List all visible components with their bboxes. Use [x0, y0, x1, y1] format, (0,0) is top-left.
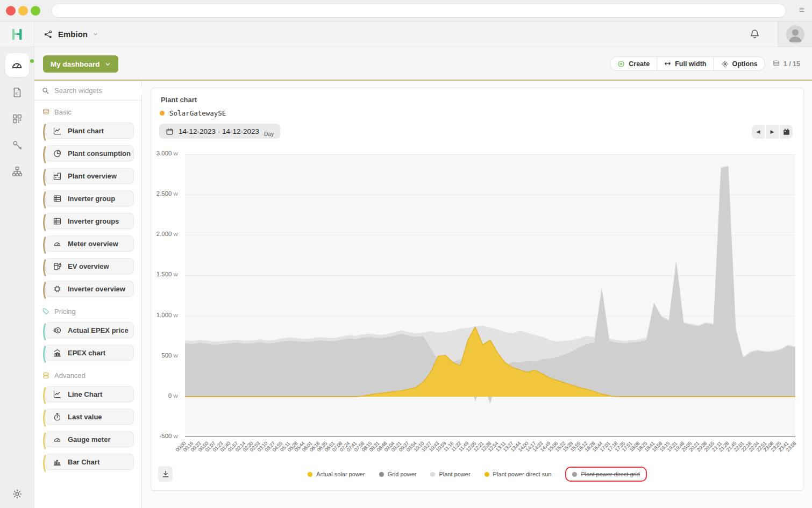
section-label: Pricing: [54, 307, 76, 316]
key-icon: [11, 139, 23, 151]
avatar: [786, 25, 804, 44]
rail-item-structure[interactable]: [5, 161, 29, 182]
y-tick-label: 1.500W: [148, 271, 178, 277]
calendar-button[interactable]: [780, 125, 793, 139]
widget-item-last-value[interactable]: Last value: [45, 409, 134, 425]
widget-item-label: Gauge meter: [68, 435, 110, 443]
window-zoom-button[interactable]: [31, 6, 40, 16]
legend-label: Plant power direct sun: [493, 471, 552, 477]
plant-chart-widget: Plant chart SolarGatewaySE 14-12-2023 - …: [151, 88, 804, 491]
full-width-label: Full width: [675, 60, 706, 68]
dashboard-selector-button[interactable]: My dashboard: [43, 55, 118, 73]
rail-item-dashboards[interactable]: [5, 53, 29, 77]
widget-item-epex-chart[interactable]: EPEX chart: [45, 345, 134, 361]
y-axis-labels: 3.000W2.500W2.000W1.500W1.000W500W0W-500…: [151, 154, 181, 437]
legend-item-plant-power-direct-sun[interactable]: Plant power direct sun: [485, 471, 552, 477]
options-button[interactable]: Options: [714, 56, 765, 71]
date-nav-controls: ◀ ▶: [752, 125, 793, 139]
rail-item-widgets[interactable]: [5, 108, 29, 130]
search-input[interactable]: [54, 87, 149, 95]
dashboard-header: My dashboard Create Full width Options: [34, 47, 812, 80]
widget-item-line-chart[interactable]: Line Chart: [45, 386, 134, 402]
stack-icon: [42, 371, 50, 380]
widget-item-label: Plant overview: [68, 172, 117, 180]
y-tick-label: -500W: [148, 433, 178, 439]
gateway-legend: SolarGatewaySE: [160, 109, 226, 117]
legend-dot: [572, 472, 577, 477]
widget-item-label: Plant chart: [68, 127, 104, 135]
widget-item-label: EPEX chart: [68, 349, 105, 357]
nav-rail: €: [0, 47, 34, 508]
date-granularity: Day: [264, 131, 274, 137]
widget-item-label: Bar Chart: [68, 458, 99, 466]
browser-menu-icon[interactable]: ≡: [799, 5, 804, 16]
widget-search: [34, 81, 141, 101]
coin-icon: €: [53, 326, 62, 335]
org-name: Embion: [58, 30, 88, 39]
rail-item-billing[interactable]: €: [5, 82, 29, 103]
legend-item-grid-power[interactable]: Grid power: [379, 471, 417, 477]
url-bar[interactable]: [51, 4, 786, 18]
legend-item-plant-power-direct-grid[interactable]: Plant power direct grid: [565, 467, 646, 482]
app-logo[interactable]: H: [0, 22, 34, 47]
legend-dot: [430, 472, 435, 477]
stopwatch-icon: [53, 412, 62, 421]
widget-item-label: Plant consumption: [68, 149, 131, 158]
widget-item-meter-overview[interactable]: Meter overview: [45, 235, 134, 252]
widget-item-gauge-meter[interactable]: Gauge meter: [45, 431, 134, 447]
tag-icon: [42, 307, 50, 316]
section-label: Basic: [54, 108, 72, 116]
org-switcher[interactable]: Embion: [44, 22, 98, 47]
bars-icon: [53, 457, 62, 467]
section-header-advanced: Advanced: [42, 371, 134, 380]
section-label: Advanced: [54, 371, 86, 380]
y-tick-label: 2.500W: [148, 190, 178, 197]
legend-label: Actual solar power: [316, 471, 365, 477]
plant-chart-plot[interactable]: [185, 154, 795, 437]
legend-label: Plant power direct grid: [581, 471, 639, 477]
table-icon: [53, 217, 62, 226]
invoice-icon: €: [11, 87, 23, 98]
widget-item-plant-overview[interactable]: Plant overview: [45, 168, 134, 184]
widget-item-inverter-groups[interactable]: Inverter groups: [45, 213, 134, 229]
widget-item-label: EV overview: [68, 262, 109, 270]
widget-item-actual-epex-price[interactable]: €Actual EPEX price: [45, 322, 134, 338]
widget-item-plant-consumption[interactable]: Plant consumption: [45, 145, 134, 161]
svg-text:€: €: [56, 328, 59, 332]
chart-legend: Actual solar powerGrid powerPlant powerP…: [151, 464, 803, 484]
y-tick-label: 0W: [148, 392, 178, 399]
search-icon: [41, 87, 49, 95]
widget-item-inverter-overview[interactable]: Inverter overview: [45, 281, 134, 297]
date-range-picker[interactable]: 14-12-2023 - 14-12-2023 Day: [159, 124, 280, 139]
rail-item-access[interactable]: [5, 134, 29, 156]
widget-item-label: Inverter group: [68, 195, 115, 203]
factory-icon: [53, 171, 62, 181]
full-width-button[interactable]: Full width: [657, 56, 714, 71]
widget-item-label: Inverter overview: [68, 285, 125, 293]
table-icon: [53, 194, 62, 203]
legend-dot: [379, 472, 384, 477]
calendar-icon: [166, 127, 174, 135]
y-tick-label: 3.000W: [148, 150, 178, 156]
widget-item-plant-chart[interactable]: Plant chart: [45, 123, 134, 139]
settings-button[interactable]: [12, 489, 23, 499]
layers-icon: [772, 60, 780, 68]
previous-period-button[interactable]: ◀: [752, 125, 765, 139]
widget-item-bar-chart[interactable]: Bar Chart: [45, 454, 134, 470]
section-header-basic: Basic: [42, 108, 134, 116]
legend-dot: [308, 472, 312, 477]
page-indicator: 1 / 15: [772, 60, 800, 68]
legend-item-plant-power[interactable]: Plant power: [430, 471, 470, 477]
legend-item-actual-solar-power[interactable]: Actual solar power: [308, 471, 365, 477]
widget-item-inverter-group[interactable]: Inverter group: [45, 190, 134, 206]
dashboard-selector-label: My dashboard: [51, 60, 100, 68]
next-period-button[interactable]: ▶: [766, 125, 779, 139]
window-close-button[interactable]: [6, 6, 16, 16]
app-topbar: H Embion: [0, 22, 812, 47]
create-button[interactable]: Create: [610, 56, 657, 71]
user-menu[interactable]: [778, 22, 812, 47]
speedometer-icon: [11, 59, 23, 71]
widget-item-ev-overview[interactable]: EV overview: [45, 258, 134, 274]
window-minimize-button[interactable]: [18, 6, 28, 16]
notifications-bell-icon[interactable]: [749, 28, 760, 40]
